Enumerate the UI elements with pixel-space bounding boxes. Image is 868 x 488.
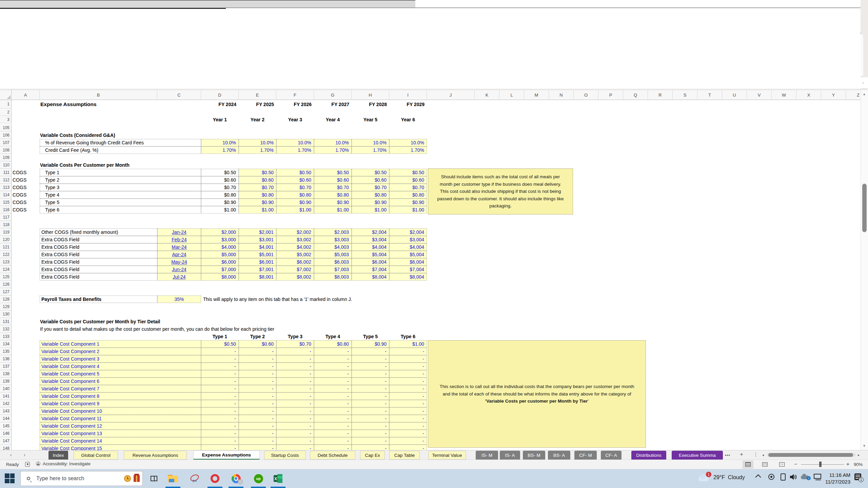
tab-scroll-right-icon[interactable]: › [24, 452, 25, 458]
data-cell[interactable]: - [314, 355, 352, 363]
row-header-109[interactable]: 109 [0, 154, 12, 161]
data-cell[interactable]: $0.50 [352, 169, 389, 176]
data-cell[interactable]: - [389, 407, 427, 415]
row-header-144[interactable]: 144 [0, 415, 12, 422]
data-cell[interactable]: $0.60 [239, 340, 276, 348]
row-header-106[interactable]: 106 [0, 131, 12, 139]
data-cell[interactable]: $3,004 [352, 236, 389, 243]
data-cell[interactable]: - [389, 437, 427, 445]
data-cell[interactable]: $0.70 [389, 184, 427, 191]
data-cell[interactable]: 35% [157, 296, 201, 303]
data-cell[interactable]: $0.60 [276, 176, 314, 184]
data-cell[interactable]: - [276, 407, 314, 415]
data-cell[interactable]: $0.70 [352, 184, 389, 191]
sheet-tab-executive-summa[interactable]: Executive Summa [672, 451, 723, 460]
row-header-110[interactable]: 110 [0, 161, 12, 169]
data-cell[interactable]: $3,004 [389, 236, 427, 243]
data-cell[interactable]: - [352, 392, 389, 400]
data-cell[interactable]: $4,002 [276, 243, 314, 251]
data-cell[interactable]: - [314, 370, 352, 378]
column-header-Z[interactable]: Z [846, 90, 861, 100]
row-label[interactable]: Variable Cost Component 4 [40, 363, 201, 370]
data-cell[interactable]: $5,001 [239, 251, 276, 258]
row-header-132[interactable]: 132 [0, 325, 12, 333]
row-header-139[interactable]: 139 [0, 378, 12, 385]
data-cell[interactable]: 10.0% [201, 139, 239, 146]
row-header-112[interactable]: 112 [0, 176, 12, 184]
data-cell[interactable]: - [239, 422, 276, 430]
data-cell[interactable]: $0.90 [352, 340, 389, 348]
column-header-C[interactable]: C [157, 90, 201, 100]
data-cell[interactable]: $0.90 [201, 199, 239, 206]
data-cell[interactable]: - [314, 400, 352, 407]
data-cell[interactable]: - [201, 348, 239, 355]
data-cell[interactable]: - [314, 422, 352, 430]
hscroll-left-icon[interactable]: ◂ [762, 453, 764, 457]
data-cell[interactable]: $2,004 [352, 228, 389, 236]
data-cell[interactable]: $0.90 [389, 199, 427, 206]
data-cell[interactable]: $5,002 [276, 251, 314, 258]
row-label[interactable]: Variable Cost Component 8 [40, 392, 201, 400]
taskbar-app-upwork[interactable]: up [252, 472, 264, 485]
row-label[interactable]: Variable Cost Component 5 [40, 370, 201, 378]
data-cell[interactable]: $1.00 [201, 206, 239, 214]
data-cell[interactable]: - [276, 392, 314, 400]
column-header-L[interactable]: L [499, 90, 524, 100]
sheet-tab-global-control[interactable]: Global Control [74, 451, 118, 460]
row-header-133[interactable]: 133 [0, 333, 12, 340]
row-header-145[interactable]: 145 [0, 422, 12, 430]
sheet-tab-bs-m[interactable]: BS- M [523, 451, 545, 460]
data-cell[interactable]: $0.80 [201, 191, 239, 199]
data-cell[interactable]: $1.00 [239, 206, 276, 214]
data-cell[interactable]: $2,004 [389, 228, 427, 236]
data-cell[interactable]: $0.80 [314, 340, 352, 348]
data-cell[interactable]: - [276, 415, 314, 422]
data-cell[interactable]: - [201, 437, 239, 445]
data-cell[interactable]: $4,000 [201, 243, 239, 251]
column-header-X[interactable]: X [796, 90, 821, 100]
data-cell[interactable]: - [314, 430, 352, 437]
sheet-tab-debt-schedule[interactable]: Debt Schedule [310, 451, 355, 460]
row-header-108[interactable]: 108 [0, 146, 12, 154]
data-cell[interactable]: $8,003 [314, 273, 352, 281]
data-cell[interactable]: $1.00 [389, 206, 427, 214]
data-cell[interactable]: - [389, 392, 427, 400]
data-cell[interactable]: $0.50 [201, 340, 239, 348]
data-cell[interactable]: - [389, 445, 427, 450]
data-cell[interactable]: $0.50 [201, 169, 239, 176]
data-cell[interactable]: $7,004 [389, 266, 427, 273]
data-cell[interactable]: - [201, 363, 239, 370]
data-cell[interactable]: $6,001 [239, 258, 276, 266]
row-header-126[interactable]: 126 [0, 281, 12, 288]
sheet-tab-revenue-assumptions[interactable]: Revenue Assumptions [124, 451, 187, 460]
row-header-148[interactable]: 148 [0, 445, 12, 450]
row-header-142[interactable]: 142 [0, 400, 12, 407]
volume-icon[interactable] [790, 474, 797, 481]
date-cell[interactable]: Jan-24 [157, 228, 201, 236]
data-cell[interactable]: $0.60 [239, 176, 276, 184]
taskbar-search-input[interactable]: Type here to search [20, 471, 143, 486]
notification-center-icon[interactable]: 1 [854, 473, 862, 481]
data-cell[interactable]: $6,002 [276, 258, 314, 266]
data-cell[interactable]: - [314, 437, 352, 445]
data-cell[interactable]: - [314, 415, 352, 422]
data-cell[interactable]: - [352, 445, 389, 450]
data-cell[interactable]: $4,004 [352, 243, 389, 251]
record-icon[interactable] [768, 474, 774, 480]
data-cell[interactable]: - [239, 355, 276, 363]
row-label[interactable]: Variable Cost Component 3 [40, 355, 201, 363]
data-cell[interactable]: - [389, 385, 427, 392]
sheet-tab-cap-table[interactable]: Cap Table [389, 451, 420, 460]
row-header-1[interactable]: 1 [0, 100, 12, 108]
data-cell[interactable]: $0.80 [352, 191, 389, 199]
data-cell[interactable]: - [201, 385, 239, 392]
data-cell[interactable]: $2,003 [314, 228, 352, 236]
network-icon[interactable] [814, 474, 821, 479]
accessibility-status[interactable]: Accessibility: Investigate [36, 461, 91, 466]
zoom-out-button[interactable]: − [794, 461, 797, 467]
new-sheet-button[interactable]: + [740, 451, 743, 458]
row-header-138[interactable]: 138 [0, 370, 12, 378]
row-header-140[interactable]: 140 [0, 385, 12, 392]
data-cell[interactable]: 10.0% [314, 139, 352, 146]
data-cell[interactable]: $5,004 [352, 251, 389, 258]
